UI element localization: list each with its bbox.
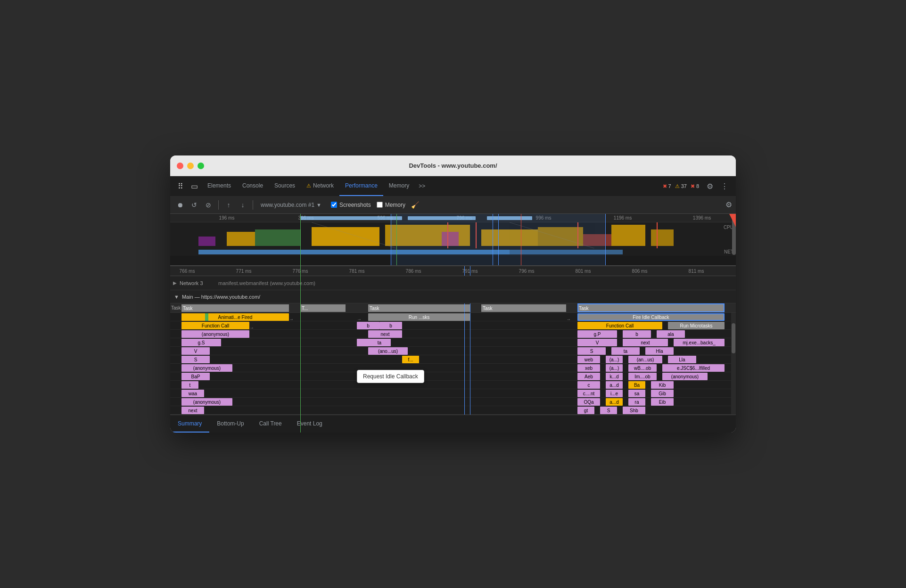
xeb-block[interactable]: xeb	[577, 364, 600, 372]
b-block-mid[interactable]: b	[379, 322, 402, 329]
tab-network[interactable]: ⚠ Network	[301, 176, 339, 196]
network-warn-icon: ⚠	[306, 183, 311, 189]
kib-block[interactable]: Kib	[651, 381, 674, 389]
mj-block[interactable]: mj.exe...backs_	[674, 339, 725, 346]
s-block-r[interactable]: S	[600, 407, 617, 414]
b-block-left[interactable]: b	[357, 322, 379, 329]
ra-block[interactable]: ra	[628, 398, 645, 406]
an-block-1[interactable]: (a...)	[606, 356, 623, 363]
gp-block[interactable]: g.P	[577, 330, 617, 338]
run-sks-block[interactable]: Run ...sks	[368, 313, 470, 321]
close-button[interactable]	[177, 163, 183, 169]
task-cursor-1	[464, 303, 465, 312]
tab-console[interactable]: Console	[237, 176, 269, 196]
clear-button[interactable]: ⊘	[202, 199, 214, 211]
screenshots-check[interactable]: Screenshots	[331, 202, 371, 208]
an-block-2[interactable]: (a...)	[606, 364, 623, 372]
selection-blue	[493, 214, 493, 265]
lla-block[interactable]: Lla	[668, 356, 696, 363]
record-button[interactable]: ⏺	[174, 199, 186, 211]
error-counts: ✖ 7 ⚠ 37 ✖ 8	[663, 183, 703, 189]
cnt-block[interactable]: c....nt	[577, 390, 600, 397]
devtools-settings-button[interactable]: ⚙	[703, 182, 717, 191]
next-block-2[interactable]: next	[181, 407, 204, 414]
gib-block[interactable]: Gib	[651, 390, 674, 397]
error-icon: ✖	[663, 183, 667, 189]
t-block[interactable]: t	[181, 381, 198, 389]
ad-block[interactable]: a...d	[606, 381, 623, 389]
perf-settings-button[interactable]: ⚙	[725, 200, 732, 209]
oqa-block[interactable]: OQa	[577, 398, 600, 406]
inspector-icon[interactable]: ⠿	[174, 176, 187, 196]
network-expand-icon[interactable]: ▶	[173, 280, 177, 286]
anim-fired-block[interactable]: Animati...e Fired	[181, 313, 289, 321]
v-block-2[interactable]: V	[181, 347, 210, 355]
fire-idle-block[interactable]: Fire Idle Callback	[577, 313, 725, 321]
ejsc-block[interactable]: e.JSC$6...Ifilled	[662, 364, 725, 372]
tab-summary[interactable]: Summary	[170, 416, 209, 433]
c-block[interactable]: c	[577, 381, 600, 389]
ie-block[interactable]: i...e	[606, 390, 623, 397]
anous-block[interactable]: (ano...us)	[368, 347, 408, 355]
shb-block[interactable]: Shb	[623, 407, 645, 414]
anon-block-3[interactable]: (anonymous)	[181, 398, 232, 406]
next-block-1[interactable]: next	[368, 330, 402, 338]
minimize-button[interactable]	[187, 163, 194, 169]
next-block-r[interactable]: next	[623, 339, 668, 346]
ta-block-r[interactable]: ta	[611, 347, 640, 355]
ala-block[interactable]: ala	[657, 330, 685, 338]
ta-block-2[interactable]: ta	[368, 339, 391, 346]
ba-block[interactable]: Ba	[628, 381, 645, 389]
right-scrollbar-thumb[interactable]	[732, 323, 735, 354]
kd-block[interactable]: k...d	[606, 373, 623, 380]
tab-memory[interactable]: Memory	[383, 176, 415, 196]
b-block-r[interactable]: b	[623, 330, 651, 338]
anon-block-1[interactable]: (anonymous)	[181, 330, 249, 338]
anon-block-2[interactable]: (anonymous)	[181, 364, 232, 372]
gs-block[interactable]: g.S	[181, 339, 221, 346]
sa-block[interactable]: sa	[628, 390, 645, 397]
device-toggle-icon[interactable]: ▭	[187, 176, 202, 196]
v-block[interactable]: V	[577, 339, 617, 346]
ad2-block[interactable]: a...d	[606, 398, 623, 406]
memory-check[interactable]: Memory	[377, 202, 405, 208]
aeb-block[interactable]: Aeb	[577, 373, 600, 380]
upload-button[interactable]: ↑	[222, 199, 235, 211]
bap-block[interactable]: BaP	[181, 373, 210, 380]
web-block[interactable]: web	[577, 356, 600, 363]
overview-timeline[interactable]: 196 ms 396 ms 596 ms 796 ms 996 ms 1196 …	[170, 214, 736, 266]
func-call-block[interactable]: Function Call	[181, 322, 249, 329]
content-area: 196 ms 396 ms 596 ms 796 ms 996 ms 1196 …	[170, 214, 736, 433]
s-block-2[interactable]: S	[181, 356, 210, 363]
clean-button[interactable]: 🧹	[411, 201, 419, 209]
tab-bottom-up[interactable]: Bottom-Up	[209, 416, 251, 433]
green-tick	[205, 313, 208, 321]
f-block[interactable]: f...	[402, 356, 419, 363]
s-block[interactable]: S	[577, 347, 606, 355]
devtools-more-button[interactable]: ⋮	[717, 182, 732, 191]
func-call-right[interactable]: Function Call	[577, 322, 662, 329]
wbob-block[interactable]: wB....ob	[628, 364, 657, 372]
tab-sources[interactable]: Sources	[269, 176, 301, 196]
download-button[interactable]: ↓	[237, 199, 249, 211]
eib-block[interactable]: Eib	[651, 398, 674, 406]
screenshots-checkbox[interactable]	[331, 202, 337, 208]
memory-checkbox[interactable]	[377, 202, 383, 208]
waa-block[interactable]: waa	[181, 390, 204, 397]
tab-performance[interactable]: Performance	[339, 176, 383, 196]
anon-right[interactable]: (anonymous)	[662, 373, 708, 380]
flame-task-headers: Task Task T... Task Task Task	[170, 303, 736, 313]
run-microtasks[interactable]: Run Microtasks	[668, 322, 725, 329]
tab-elements[interactable]: Elements	[202, 176, 237, 196]
anus-block[interactable]: (an...us)	[628, 356, 662, 363]
imob-block[interactable]: Im....ob	[628, 373, 657, 380]
gt-block[interactable]: gt	[577, 407, 594, 414]
url-selector[interactable]: www.youtube.com #1 ▼	[257, 202, 325, 208]
maximize-button[interactable]	[198, 163, 204, 169]
reload-button[interactable]: ↺	[188, 199, 200, 211]
main-collapse-icon[interactable]: ▼	[174, 294, 179, 300]
tab-call-tree[interactable]: Call Tree	[252, 416, 289, 433]
hla-block[interactable]: Hla	[645, 347, 674, 355]
tab-event-log[interactable]: Event Log	[289, 416, 330, 433]
more-tabs-button[interactable]: >>	[415, 183, 429, 189]
